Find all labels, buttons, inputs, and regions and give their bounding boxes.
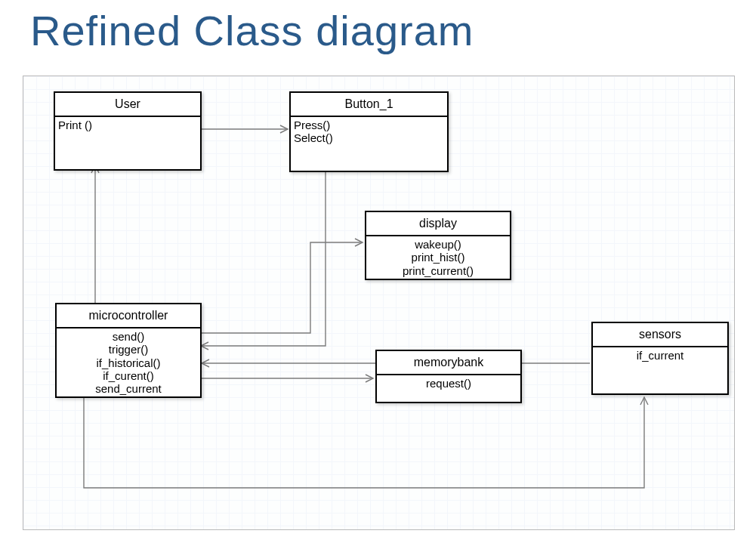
- class-microcontroller-method: send_current: [60, 382, 197, 395]
- class-user: User Print (): [54, 91, 202, 171]
- class-button1-method: Select(): [294, 131, 444, 144]
- class-microcontroller-name: microcontroller: [57, 304, 200, 328]
- class-sensors-name: sensors: [593, 323, 727, 347]
- class-sensors: sensors if_current: [591, 322, 729, 395]
- class-button1: Button_1 Press() Select(): [289, 91, 449, 172]
- class-microcontroller-methods: send() trigger() if_historical() if_cure…: [57, 328, 200, 396]
- class-display-methods: wakeup() print_hist() print_current(): [366, 236, 510, 279]
- class-display-method: wakeup(): [369, 238, 507, 251]
- class-display-method: print_hist(): [369, 251, 507, 264]
- class-button1-method: Press(): [294, 119, 444, 131]
- class-microcontroller: microcontroller send() trigger() if_hist…: [55, 303, 202, 398]
- class-microcontroller-method: trigger(): [60, 343, 197, 356]
- class-display: display wakeup() print_hist() print_curr…: [365, 211, 511, 280]
- class-sensors-methods: if_current: [593, 347, 727, 393]
- class-memorybank-name: memorybank: [377, 351, 520, 375]
- class-user-method: Print (): [58, 119, 197, 131]
- class-button1-name: Button_1: [291, 93, 447, 117]
- class-sensors-method: if_current: [596, 349, 724, 362]
- page-title: Refined Class diagram: [30, 6, 474, 55]
- class-microcontroller-method: if_historical(): [60, 356, 197, 369]
- class-microcontroller-method: if_curent(): [60, 369, 197, 382]
- class-microcontroller-method: send(): [60, 330, 197, 343]
- class-button1-methods: Press() Select(): [291, 117, 447, 171]
- class-display-name: display: [366, 212, 510, 236]
- class-memorybank: memorybank request(): [375, 350, 522, 403]
- class-user-name: User: [55, 93, 200, 117]
- class-memorybank-method: request(): [380, 377, 517, 390]
- diagram-canvas: User Print () Button_1 Press() Select() …: [23, 76, 735, 530]
- class-display-method: print_current(): [369, 264, 507, 277]
- class-memorybank-methods: request(): [377, 375, 520, 402]
- class-user-methods: Print (): [55, 117, 200, 169]
